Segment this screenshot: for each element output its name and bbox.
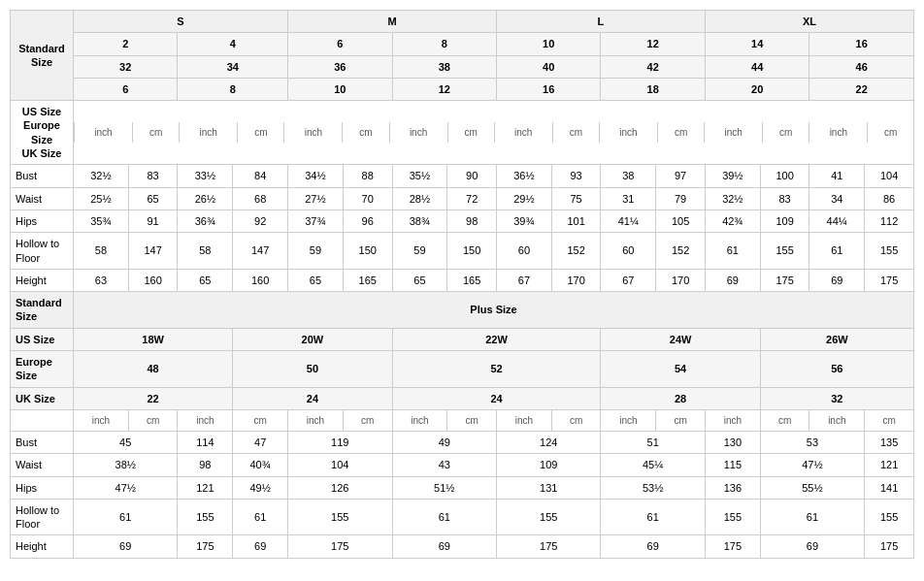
plus-hollow-22w-in: 61 (392, 499, 496, 535)
std-height-2-in: 63 (74, 269, 129, 291)
plus-bust-18w-cm: 114 (178, 431, 233, 453)
plus-size-label: Plus Size (74, 292, 914, 329)
plus-hips-24w-in: 53½ (601, 476, 705, 499)
uk-12: 12 (392, 78, 496, 100)
std-hips-2-in: 35¾ (74, 210, 129, 232)
plus-us-size-row: US Size 18W 20W 22W 24W 26W (11, 328, 914, 350)
eu-38: 38 (392, 55, 496, 78)
std-bust-14-in: 39½ (705, 165, 760, 187)
eu-44: 44 (705, 55, 808, 78)
plus-unit-12: cm (656, 409, 706, 431)
plus-bust-20w-in: 47 (233, 431, 288, 453)
std-height-6-in: 65 (288, 269, 344, 291)
plus-height-22w-cm: 175 (497, 535, 601, 558)
std-hips-10-in: 39¾ (497, 210, 552, 232)
plus-unit-5: inch (288, 409, 344, 431)
plus-unit-8: cm (447, 409, 497, 431)
plus-height-18w-in: 69 (74, 535, 178, 558)
plus-hips-24w-cm: 136 (705, 476, 760, 499)
plus-eu-56: 56 (760, 351, 913, 388)
plus-hips-18w-cm: 121 (178, 476, 233, 499)
std-height-14-in: 69 (705, 269, 760, 291)
us-16: 16 (809, 33, 914, 55)
plus-bust-22w-cm: 124 (497, 431, 601, 453)
std-waist-2-in: 25½ (74, 187, 129, 210)
std-bust-12-in: 38 (601, 165, 656, 187)
std-hollow-12-in: 60 (601, 233, 656, 270)
plus-bust-24w-in: 51 (601, 431, 705, 453)
plus-unit-1: inch (74, 409, 129, 431)
us-6: 6 (288, 33, 392, 55)
plus-height-24w-in: 69 (601, 535, 705, 558)
std-bust-10-cm: 93 (551, 165, 601, 187)
std-height-8-cm: 165 (447, 269, 497, 291)
std-bust-16-cm: 104 (865, 165, 914, 187)
std-height-16-in: 69 (809, 269, 865, 291)
plus-hips-26w-cm: 141 (865, 476, 914, 499)
plus-section-header-row: Standard Size Plus Size (11, 292, 914, 329)
std-waist-4-cm: 68 (233, 187, 288, 210)
std-height-8-in: 65 (392, 269, 447, 291)
std-header-main-label: US Size Europe Size UK Size (11, 101, 74, 165)
std-unit-placeholder: inch cm inch cm inch cm inch cm inch cm … (74, 101, 914, 165)
plus-unit-16: cm (865, 409, 914, 431)
std-waist-8-cm: 72 (447, 187, 497, 210)
plus-hollow-22w-cm: 155 (497, 499, 601, 535)
std-hips-4-in: 36¾ (178, 210, 233, 232)
plus-waist-22w-in: 43 (392, 454, 496, 476)
std-hollow-6-cm: 150 (343, 233, 392, 270)
std-bust-10-in: 36½ (497, 165, 552, 187)
std-hips-10-cm: 101 (551, 210, 601, 232)
plus-unit-10: cm (551, 409, 601, 431)
std-bust-row: Bust 32½ 83 33½ 84 34½ 88 35½ 90 36½ 93 … (11, 165, 914, 187)
std-hips-8-in: 38¾ (392, 210, 447, 232)
std-waist-12-cm: 79 (656, 187, 706, 210)
std-waist-10-cm: 75 (551, 187, 601, 210)
std-waist-14-in: 32½ (705, 187, 760, 210)
plus-hollow-24w-cm: 155 (705, 499, 760, 535)
plus-hips-20w-in: 49½ (233, 476, 288, 499)
std-hollow-4-cm: 147 (233, 233, 288, 270)
std-height-14-cm: 175 (760, 269, 809, 291)
eu-36: 36 (288, 55, 392, 78)
plus-us-label: US Size (11, 328, 74, 350)
standard-size-label: StandardSize (11, 11, 74, 101)
plus-bust-22w-in: 49 (392, 431, 496, 453)
std-hollow-2-in: 58 (74, 233, 129, 270)
plus-us-22w: 22W (392, 328, 601, 350)
std-hollow-row: Hollow toFloor 58 147 58 147 59 150 59 1… (11, 233, 914, 270)
std-height-6-cm: 165 (343, 269, 392, 291)
plus-waist-22w-cm: 109 (497, 454, 601, 476)
plus-height-label: Height (11, 535, 74, 558)
std-waist-6-cm: 70 (343, 187, 392, 210)
std-hollow-14-in: 61 (705, 233, 760, 270)
std-waist-6-in: 27½ (288, 187, 344, 210)
standard-size-header-row: StandardSize S M L XL (11, 11, 914, 33)
plus-uk-32: 32 (760, 387, 913, 409)
plus-hips-26w-in: 55½ (760, 476, 864, 499)
plus-eu-label: Europe Size (11, 351, 74, 388)
plus-unit-4: cm (233, 409, 288, 431)
std-hollow-label: Hollow toFloor (11, 233, 74, 270)
std-height-2-cm: 160 (128, 269, 178, 291)
plus-europe-size-row: Europe Size 48 50 52 54 56 (11, 351, 914, 388)
plus-unit-row: inch cm inch cm inch cm inch cm inch cm … (11, 409, 914, 431)
plus-unit-6: cm (343, 409, 392, 431)
plus-height-26w-cm: 175 (865, 535, 914, 558)
std-hollow-12-cm: 152 (656, 233, 706, 270)
plus-waist-18w-in: 38½ (74, 454, 178, 476)
std-waist-16-in: 34 (809, 187, 865, 210)
plus-hips-20w-cm: 126 (288, 476, 392, 499)
std-hollow-10-in: 60 (497, 233, 552, 270)
plus-hips-22w-in: 51½ (392, 476, 496, 499)
plus-waist-18w-cm: 98 (178, 454, 233, 476)
std-header-labels-row: US Size Europe Size UK Size inch cm inch… (11, 101, 914, 165)
plus-waist-26w-cm: 121 (865, 454, 914, 476)
plus-bust-20w-cm: 119 (288, 431, 392, 453)
size-chart-table: StandardSize S M L XL 2 4 6 8 10 12 14 1… (10, 10, 914, 559)
plus-waist-20w-cm: 104 (288, 454, 392, 476)
std-waist-row: Waist 25½ 65 26½ 68 27½ 70 28½ 72 29½ 75… (11, 187, 914, 210)
std-hips-row: Hips 35¾ 91 36¾ 92 37¾ 96 38¾ 98 39¾ 101… (11, 210, 914, 232)
plus-height-26w-in: 69 (760, 535, 864, 558)
std-hollow-4-in: 58 (178, 233, 233, 270)
